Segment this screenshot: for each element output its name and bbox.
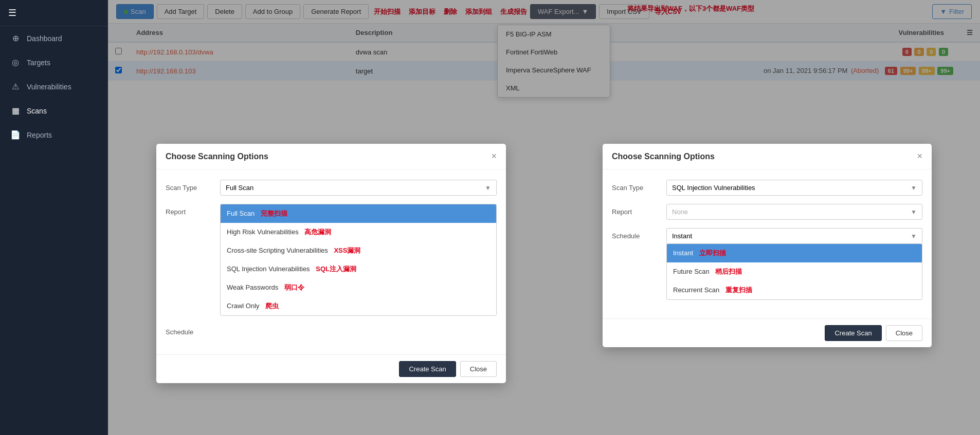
create-scan-button-left[interactable]: Create Scan	[399, 361, 456, 377]
schedule-item-recurrent[interactable]: Recurrent Scan 重复扫描	[667, 281, 922, 299]
sidebar-item-label: Dashboard	[27, 34, 62, 43]
scan-type-dropdown-list: Full Scan 完整扫描 High Risk Vulnerabilities…	[220, 204, 497, 316]
modal-close-button-left[interactable]: ×	[491, 151, 497, 162]
chevron-down-icon: ▼	[485, 184, 491, 192]
schedule-group-right: Schedule Instant ▼ Instant 立即扫描	[612, 228, 922, 300]
dropdown-item-sql[interactable]: SQL Injection Vulnerabilities SQL注入漏洞	[221, 260, 496, 278]
report-group-right: Report None ▼	[612, 204, 922, 220]
sidebar-item-dashboard[interactable]: ⊕ Dashboard	[0, 26, 108, 50]
modal-title-left: Choose Scanning Options	[166, 152, 268, 161]
modal-close-button-right[interactable]: ×	[917, 151, 922, 162]
left-scanning-options-modal: Choose Scanning Options × Scan Type Full…	[156, 144, 506, 383]
dropdown-item-weak-passwords[interactable]: Weak Passwords 弱口令	[221, 278, 496, 297]
schedule-label-right: Schedule	[612, 228, 658, 240]
report-label-right: Report	[612, 204, 658, 216]
close-button-right[interactable]: Close	[886, 325, 922, 341]
schedule-item-instant[interactable]: Instant 立即扫描	[667, 244, 922, 262]
sidebar-item-scans[interactable]: ▦ Scans	[0, 99, 108, 123]
report-select-right[interactable]: None ▼	[666, 204, 922, 220]
sidebar-item-label: Scans	[27, 107, 47, 115]
scan-type-label: Scan Type	[166, 180, 212, 192]
modal-title-right: Choose Scanning Options	[612, 152, 715, 161]
dropdown-item-full-scan[interactable]: Full Scan 完整扫描	[221, 204, 496, 223]
modal-header-right: Choose Scanning Options ×	[603, 144, 932, 169]
modal-backdrop: Choose Scanning Options × Scan Type Full…	[108, 0, 980, 435]
sidebar-item-reports[interactable]: 📄 Reports	[0, 123, 108, 147]
menu-icon[interactable]: ☰	[8, 7, 16, 18]
scan-type-group: Scan Type Full Scan ▼	[166, 180, 497, 196]
scans-icon: ▦	[10, 106, 21, 116]
scan-type-value: Full Scan	[226, 184, 253, 192]
chevron-down-icon-schedule: ▼	[911, 233, 917, 240]
sidebar-item-vulnerabilities[interactable]: ⚠ Vulnerabilities	[0, 74, 108, 99]
close-button-left[interactable]: Close	[460, 361, 497, 377]
sidebar-header: ☰	[0, 0, 108, 26]
create-scan-button-right[interactable]: Create Scan	[825, 325, 881, 341]
schedule-dropdown-list: Instant 立即扫描 Future Scan 稍后扫描 Recurrent …	[666, 243, 922, 300]
scan-type-value-right: SQL Injection Vulnerabilities	[672, 184, 755, 192]
schedule-label-left: Schedule	[166, 324, 212, 336]
targets-icon: ◎	[10, 58, 21, 67]
main-content: Scan Add Target Delete Add to Group Gene…	[108, 0, 980, 435]
vulnerabilities-icon: ⚠	[10, 82, 21, 91]
schedule-group-left: Schedule	[166, 324, 497, 336]
schedule-item-future[interactable]: Future Scan 稍后扫描	[667, 262, 922, 281]
reports-icon: 📄	[10, 130, 21, 140]
sidebar-item-label: Vulnerabilities	[27, 83, 71, 91]
sidebar-item-label: Targets	[27, 59, 50, 67]
scan-type-group-right: Scan Type SQL Injection Vulnerabilities …	[612, 180, 922, 196]
report-label: Report	[166, 204, 212, 216]
modal-header-left: Choose Scanning Options ×	[156, 144, 506, 169]
schedule-value-right: Instant	[672, 232, 692, 240]
chevron-down-icon-right: ▼	[911, 184, 917, 192]
chevron-down-icon-report: ▼	[911, 209, 917, 216]
dropdown-item-xss[interactable]: Cross-site Scripting Vulnerabilities XSS…	[221, 241, 496, 260]
right-scanning-options-modal: Choose Scanning Options × Scan Type SQL …	[603, 144, 932, 347]
report-group: Report Full Scan 完整扫描 High Risk Vulnerab…	[166, 204, 497, 316]
schedule-select-right[interactable]: Instant ▼	[666, 228, 922, 243]
sidebar-item-label: Reports	[27, 131, 52, 139]
dropdown-item-crawl-only[interactable]: Crawl Only 爬虫	[221, 297, 496, 315]
dropdown-item-high-risk[interactable]: High Risk Vulnerabilities 高危漏洞	[221, 223, 496, 241]
modal-footer-left: Create Scan Close	[156, 354, 506, 383]
modal-body-left: Scan Type Full Scan ▼ Report Full Scan 完…	[156, 169, 506, 354]
scan-type-label-right: Scan Type	[612, 180, 658, 192]
modal-body-right: Scan Type SQL Injection Vulnerabilities …	[603, 169, 932, 318]
modal-footer-right: Create Scan Close	[603, 318, 932, 347]
scan-type-select[interactable]: Full Scan ▼	[220, 180, 497, 196]
report-value-right: None	[672, 208, 688, 216]
dashboard-icon: ⊕	[10, 33, 21, 43]
sidebar: ☰ ⊕ Dashboard ◎ Targets ⚠ Vulnerabilitie…	[0, 0, 108, 435]
scan-type-select-right[interactable]: SQL Injection Vulnerabilities ▼	[666, 180, 922, 196]
sidebar-item-targets[interactable]: ◎ Targets	[0, 50, 108, 74]
